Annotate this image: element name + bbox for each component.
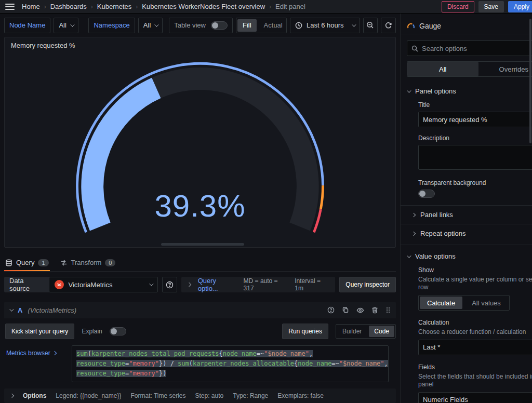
query-datasource-name: (VictoriaMetrics): [28, 306, 76, 314]
breadcrumb: Home › Dashboards › Kubernetes › Kuberne…: [22, 3, 305, 10]
exemplars-option: Exemplars: false: [277, 392, 324, 399]
fields-field-desc: Select the fields that should be include…: [418, 373, 532, 388]
panel-options-sidebar: Gauge All Overrides Panel options Title …: [400, 14, 532, 403]
visualization-picker[interactable]: Gauge: [401, 18, 532, 34]
type-option: Type: Range: [233, 392, 268, 399]
duplicate-query-icon[interactable]: [342, 306, 349, 314]
drag-handle-icon[interactable]: [385, 306, 391, 314]
options-scope-tabs: All Overrides: [407, 61, 532, 77]
breadcrumb-separator: ›: [91, 3, 93, 10]
promql-code-editor[interactable]: sum(karpenter_nodes_total_pod_requests{n…: [72, 345, 389, 382]
datasource-row: Data source VictoriaMetrics Query optio.…: [4, 277, 396, 292]
datasource-picker[interactable]: VictoriaMetrics: [49, 277, 158, 292]
zoom-out-icon: [366, 21, 374, 29]
breadcrumb-home[interactable]: Home: [22, 3, 40, 10]
query-options-link[interactable]: Query optio...: [198, 277, 236, 292]
chevron-right-icon: [411, 212, 416, 217]
run-queries-button[interactable]: Run queries: [282, 324, 328, 339]
disable-query-eye-icon[interactable]: [356, 306, 364, 314]
tab-query[interactable]: Query 1: [5, 259, 49, 271]
query-row-header[interactable]: A (VictoriaMetrics): [4, 302, 396, 318]
breadcrumb-edit-panel: Edit panel: [275, 3, 305, 10]
save-button[interactable]: Save: [478, 1, 504, 12]
chevron-down-icon: [352, 22, 356, 26]
table-view-control: Table view: [169, 18, 233, 33]
datasource-help-button[interactable]: [162, 277, 177, 292]
tab-transform[interactable]: Transform 0: [60, 259, 116, 271]
kick-start-query-button[interactable]: Kick start your query: [5, 324, 74, 339]
breadcrumb-dashboards[interactable]: Dashboards: [50, 3, 87, 10]
panel-options-section-header[interactable]: Panel options: [401, 80, 532, 100]
query-options-summary[interactable]: Options Legend: {{node_name}} Format: Ti…: [4, 388, 396, 403]
variable-node-name-picker[interactable]: All: [54, 18, 78, 33]
gauge-panel-icon: [407, 22, 415, 30]
options-search[interactable]: [407, 41, 532, 56]
chevron-down-icon: [149, 281, 153, 286]
query-options-bar[interactable]: Query optio... MD = auto = 317 Interval …: [181, 277, 335, 292]
legend-option: Legend: {{node_name}}: [56, 392, 121, 399]
transform-icon: [60, 259, 68, 266]
panel-title: Memory requested %: [5, 37, 395, 49]
gauge-chart: 39.3%: [6, 51, 394, 244]
collapse-query-icon[interactable]: [9, 307, 14, 311]
table-view-toggle[interactable]: [211, 21, 228, 30]
refresh-button[interactable]: [381, 18, 396, 33]
show-field-desc: Calculate a single value per column or s…: [418, 276, 532, 291]
value-options-section-header[interactable]: Value options: [401, 245, 532, 265]
panel-title-input[interactable]: [418, 112, 532, 127]
chevron-down-icon: [407, 88, 411, 92]
description-field-label: Description: [418, 135, 532, 142]
discard-button[interactable]: Discard: [442, 1, 474, 12]
query-inspector-button[interactable]: Query inspector: [339, 277, 396, 292]
calculate-option[interactable]: Calculate: [420, 297, 462, 309]
all-values-option[interactable]: All values: [463, 295, 509, 310]
transparent-bg-toggle[interactable]: [418, 190, 435, 198]
chevron-down-icon: [70, 22, 74, 26]
tab-all[interactable]: All: [407, 62, 478, 76]
time-range-picker[interactable]: Last 6 hours: [290, 18, 360, 33]
database-icon: [5, 259, 12, 266]
show-mode-switch: Calculate All values: [418, 295, 510, 311]
fields-field-label: Fields: [418, 364, 532, 371]
chevron-right-icon: [411, 231, 416, 235]
refresh-icon: [384, 21, 392, 29]
builder-option[interactable]: Builder: [336, 325, 368, 338]
hamburger-menu-icon[interactable]: [5, 4, 15, 10]
interval: Interval = 1m: [295, 277, 329, 292]
actual-option[interactable]: Actual: [258, 18, 287, 33]
variable-namespace-picker[interactable]: All: [138, 18, 163, 33]
tab-overrides[interactable]: Overrides: [478, 62, 532, 76]
search-options-input[interactable]: [422, 45, 532, 52]
breadcrumb-separator: ›: [269, 3, 271, 10]
explain-label: Explain: [82, 328, 102, 335]
apply-button[interactable]: Apply: [508, 1, 532, 12]
table-view-label: Table view: [174, 21, 206, 29]
delete-query-trash-icon[interactable]: [371, 306, 378, 314]
gauge-panel[interactable]: Memory requested % 39.3%: [4, 37, 396, 248]
panel-scrollbar[interactable]: [161, 243, 244, 246]
zoom-out-button[interactable]: [363, 18, 378, 33]
fill-option[interactable]: Fill: [237, 19, 257, 32]
editor-tabs: Query 1 Transform 0: [4, 254, 396, 272]
help-icon[interactable]: [327, 306, 335, 314]
repeat-options-section[interactable]: Repeat options: [401, 224, 532, 243]
clock-icon: [295, 22, 302, 29]
builder-code-switch: Builder Code: [336, 324, 396, 339]
format-option: Format: Time series: [130, 392, 185, 399]
panel-links-section[interactable]: Panel links: [401, 205, 532, 224]
help-icon: [166, 281, 174, 289]
max-data-points: MD = auto = 317: [244, 277, 288, 292]
metrics-browser-link[interactable]: Metrics browser: [4, 345, 72, 357]
step-option: Step: auto: [195, 392, 224, 399]
breadcrumb-dashboard-title[interactable]: Kubernetes WorkerNodes Fleet overview: [142, 3, 265, 10]
panel-description-input[interactable]: [418, 145, 532, 170]
fields-select[interactable]: Numeric Fields: [418, 392, 532, 403]
explain-toggle[interactable]: [110, 327, 126, 335]
calculation-select[interactable]: Last *: [418, 340, 532, 355]
datasource-label: Data source: [4, 277, 49, 292]
breadcrumb-separator: ›: [136, 3, 138, 10]
code-option[interactable]: Code: [369, 326, 394, 337]
breadcrumb-kubernetes[interactable]: Kubernetes: [97, 3, 132, 10]
sidebar-scrollbar[interactable]: [529, 19, 531, 143]
chevron-down-icon: [407, 253, 411, 258]
